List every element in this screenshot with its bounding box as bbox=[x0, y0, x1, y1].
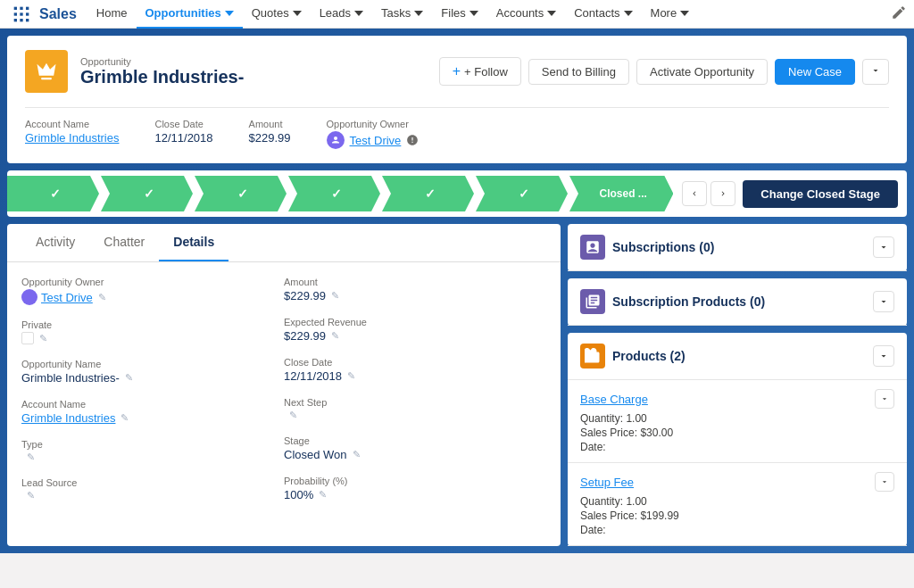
nav-leads[interactable]: Leads bbox=[311, 0, 372, 29]
edit-next-step-icon[interactable]: ✎ bbox=[289, 410, 297, 421]
close-date-label: Close Date bbox=[154, 119, 212, 129]
nav-accounts[interactable]: Accounts bbox=[487, 0, 565, 29]
field-type-value: ✎ bbox=[21, 451, 266, 463]
setup-fee-toggle[interactable] bbox=[875, 472, 894, 492]
activate-opportunity-button[interactable]: Activate Opportunity bbox=[636, 59, 768, 85]
stage-check-icon: ✓ bbox=[237, 186, 248, 201]
field-account-name-value: Grimble Industries ✎ bbox=[21, 411, 266, 425]
svg-rect-1 bbox=[20, 6, 22, 9]
svg-rect-0 bbox=[14, 6, 17, 9]
svg-rect-4 bbox=[20, 12, 22, 15]
edit-opp-name-icon[interactable]: ✎ bbox=[125, 372, 133, 384]
field-close-date: Close Date 12/11/2018 ✎ bbox=[284, 357, 528, 383]
stage-step-6[interactable]: ✓ bbox=[476, 176, 568, 211]
base-charge-link[interactable]: Base Charge bbox=[580, 393, 648, 406]
account-name-label: Account Name bbox=[25, 119, 119, 129]
svg-rect-5 bbox=[26, 12, 29, 15]
account-name-value[interactable]: Grimble Industries bbox=[25, 131, 119, 145]
private-checkbox[interactable] bbox=[21, 332, 34, 344]
field-private: Private ✎ bbox=[21, 319, 266, 344]
field-next-step-label: Next Step bbox=[284, 397, 528, 408]
stage-step-1[interactable]: ✓ bbox=[7, 176, 99, 211]
follow-button[interactable]: + + Follow bbox=[439, 57, 521, 86]
edit-nav-icon[interactable] bbox=[891, 4, 907, 23]
product-item-setup-fee: Setup Fee Quantity: 1.00 Sales Price: $1… bbox=[568, 463, 907, 546]
detail-fields-grid: Opportunity Owner Test Drive ✎ Private bbox=[7, 262, 561, 530]
send-to-billing-button[interactable]: Send to Billing bbox=[528, 59, 629, 85]
product-name-base-charge: Base Charge bbox=[580, 389, 894, 409]
nav-quotes[interactable]: Quotes bbox=[243, 0, 311, 29]
nav-home[interactable]: Home bbox=[87, 0, 137, 29]
owner-value: Test Drive bbox=[327, 131, 420, 149]
opp-name-text: Grimble Industries- bbox=[21, 371, 120, 385]
stage-step-3[interactable]: ✓ bbox=[195, 176, 287, 211]
products-card: Products (2) Base Charge bbox=[568, 333, 907, 546]
base-charge-sales-price: Sales Price: $30.00 bbox=[580, 427, 894, 439]
edit-probability-icon[interactable]: ✎ bbox=[319, 489, 327, 501]
tab-activity[interactable]: Activity bbox=[21, 224, 89, 261]
edit-account-icon[interactable]: ✎ bbox=[120, 412, 129, 424]
products-toggle[interactable] bbox=[873, 345, 894, 367]
field-type-label: Type bbox=[21, 439, 266, 450]
field-opportunity-owner-label: Opportunity Owner bbox=[21, 277, 266, 287]
svg-point-9 bbox=[334, 137, 337, 140]
close-date-value: 12/11/2018 bbox=[154, 131, 212, 145]
svg-rect-3 bbox=[14, 12, 17, 15]
edit-private-icon[interactable]: ✎ bbox=[39, 333, 47, 344]
account-name-link[interactable]: Grimble Industries bbox=[21, 411, 115, 425]
nav-opportunities[interactable]: Opportunities bbox=[137, 0, 243, 29]
stage-step-2[interactable]: ✓ bbox=[101, 176, 193, 211]
opportunity-icon bbox=[25, 50, 68, 93]
setup-fee-link[interactable]: Setup Fee bbox=[580, 476, 634, 489]
opportunity-name: Grimble Industries- bbox=[80, 67, 439, 87]
stage-bar: ✓ ✓ ✓ ✓ ✓ ✓ Closed ... bbox=[7, 170, 675, 217]
owner-name[interactable]: Test Drive bbox=[350, 134, 402, 147]
edit-owner-icon[interactable]: ✎ bbox=[98, 292, 106, 303]
stage-step-4[interactable]: ✓ bbox=[288, 176, 380, 211]
field-next-step: Next Step ✎ bbox=[284, 397, 528, 421]
close-date-field: Close Date 12/11/2018 bbox=[154, 119, 212, 149]
new-case-button[interactable]: New Case bbox=[775, 59, 855, 85]
field-expected-revenue: Expected Revenue $229.99 ✎ bbox=[284, 317, 528, 343]
right-panel: Subscriptions (0) Subscription Products … bbox=[568, 224, 907, 546]
base-charge-toggle[interactable] bbox=[875, 389, 894, 409]
edit-stage-icon[interactable]: ✎ bbox=[353, 449, 361, 460]
field-amount-value: $229.99 ✎ bbox=[284, 289, 528, 302]
nav-tasks[interactable]: Tasks bbox=[372, 0, 432, 29]
apps-grid-icon[interactable] bbox=[7, 0, 36, 29]
owner-label: Opportunity Owner bbox=[327, 119, 420, 129]
field-probability-label: Probability (%) bbox=[284, 476, 528, 486]
setup-fee-sales-price: Sales Price: $199.99 bbox=[580, 509, 894, 522]
subscription-products-icon bbox=[580, 289, 605, 314]
stage-step-5[interactable]: ✓ bbox=[382, 176, 474, 211]
nav-more[interactable]: More bbox=[642, 0, 699, 29]
edit-type-icon[interactable]: ✎ bbox=[27, 451, 35, 463]
field-opp-name-label: Opportunity Name bbox=[21, 359, 266, 369]
edit-close-date-icon[interactable]: ✎ bbox=[347, 370, 355, 382]
subscription-products-toggle[interactable] bbox=[873, 291, 894, 312]
edit-expected-revenue-icon[interactable]: ✎ bbox=[331, 330, 339, 342]
subscription-products-title: Subscription Products (0) bbox=[612, 294, 866, 309]
stage-next-button[interactable] bbox=[710, 181, 735, 206]
stage-navigation bbox=[675, 181, 743, 206]
amount-label: Amount bbox=[249, 119, 291, 129]
edit-lead-source-icon[interactable]: ✎ bbox=[27, 490, 35, 501]
nav-files[interactable]: Files bbox=[432, 0, 486, 29]
owner-link[interactable]: Test Drive bbox=[41, 291, 93, 304]
page-background: Opportunity Grimble Industries- + + Foll… bbox=[0, 29, 914, 553]
amount-value: $229.99 bbox=[249, 131, 291, 145]
svg-rect-7 bbox=[20, 19, 22, 21]
nav-contacts[interactable]: Contacts bbox=[565, 0, 641, 29]
stage-prev-button[interactable] bbox=[682, 181, 707, 206]
owner-avatar-icon bbox=[327, 131, 345, 149]
stage-check-icon: ✓ bbox=[331, 186, 342, 201]
edit-amount-icon[interactable]: ✎ bbox=[331, 290, 339, 302]
subscriptions-toggle[interactable] bbox=[873, 236, 894, 258]
setup-fee-quantity: Quantity: 1.00 bbox=[580, 495, 894, 508]
tab-details[interactable]: Details bbox=[159, 224, 228, 261]
plus-icon: + bbox=[453, 63, 461, 79]
change-closed-stage-button[interactable]: Change Closed Stage bbox=[743, 180, 898, 208]
tab-chatter[interactable]: Chatter bbox=[89, 224, 159, 261]
more-actions-button[interactable] bbox=[862, 59, 889, 85]
stage-step-closed[interactable]: Closed ... bbox=[569, 176, 673, 211]
